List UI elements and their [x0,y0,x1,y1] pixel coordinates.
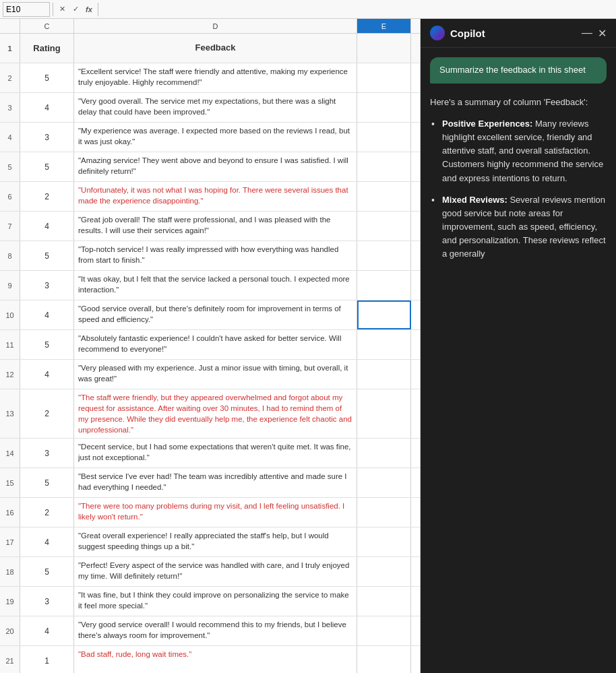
col-header-c[interactable]: C [20,19,74,33]
main-area: C D E 1 Rating Feedback 2 5 "Excellent s… [0,19,616,673]
cell-e-2[interactable] [357,63,411,92]
cell-e-15[interactable] [357,468,411,497]
cell-feedback-12[interactable]: "Very pleased with my experience. Just a… [74,360,357,389]
cell-e-18[interactable] [357,557,411,586]
copilot-header-icons: — ✕ [582,27,607,40]
copilot-minimize-icon[interactable]: — [582,27,592,40]
cell-rating-18[interactable]: 5 [20,557,74,586]
cell-rating-11[interactable]: 5 [20,330,74,359]
copilot-logo-icon [430,26,445,40]
cell-feedback-11[interactable]: "Absolutely fantastic experience! I coul… [74,330,357,359]
row-num-16: 16 [0,498,20,527]
cell-feedback-3[interactable]: "Very good overall. The service met my e… [74,93,357,122]
cell-e-14[interactable] [357,439,411,468]
cell-feedback-15[interactable]: "Best service I've ever had! The team wa… [74,468,357,497]
row-num-13: 13 [0,389,20,438]
cell-rating-13[interactable]: 2 [20,389,74,438]
cell-rating-16[interactable]: 2 [20,498,74,527]
row-num-12: 12 [0,360,20,389]
cell-rating-9[interactable]: 3 [20,271,74,300]
cell-feedback-8[interactable]: "Top-notch service! I was really impress… [74,241,357,270]
copilot-body: Summarize the feedback in this sheet Her… [421,48,616,673]
col-header-e[interactable]: E [357,19,411,33]
cell-e-13[interactable] [357,389,411,438]
formula-divider2 [98,3,98,16]
cell-feedback-9[interactable]: "It was okay, but I felt that the servic… [74,271,357,300]
cell-rating-14[interactable]: 3 [20,439,74,468]
cell-e-4[interactable] [357,123,411,152]
cell-e-11[interactable] [357,330,411,359]
cell-e-12[interactable] [357,360,411,389]
cell-feedback-5[interactable]: "Amazing service! They went above and be… [74,152,357,181]
row-num-1: 1 [0,34,20,63]
cell-feedback-13[interactable]: "The staff were friendly, but they appea… [74,389,357,438]
cell-rating-4[interactable]: 3 [20,123,74,152]
cell-rating-10[interactable]: 4 [20,300,74,329]
cell-rating-7[interactable]: 4 [20,212,74,241]
cell-e-6[interactable] [357,182,411,211]
cell-rating-5[interactable]: 5 [20,152,74,181]
cell-feedback-19[interactable]: "It was fine, but I think they could imp… [74,587,357,616]
copilot-section-item: Mixed Reviews: Several reviews mention g… [430,193,607,261]
cell-feedback-6[interactable]: "Unfortunately, it was not what I was ho… [74,182,357,211]
col-header-d[interactable]: D [74,19,357,33]
row-num-7: 7 [0,212,20,241]
cell-e-16[interactable] [357,498,411,527]
formula-bar: E10 ✕ ✓ fx [0,0,616,19]
cell-e-17[interactable] [357,527,411,556]
table-row: 12 4 "Very pleased with my experience. J… [0,360,420,389]
row-num-21: 21 [0,646,20,673]
cell-feedback-4[interactable]: "My experience was average. I expected m… [74,123,357,152]
cell-ref-value: E10 [6,5,20,14]
copilot-header: Copilot — ✕ [421,19,616,48]
cell-e-3[interactable] [357,93,411,122]
formula-cancel-icon[interactable]: ✕ [56,3,68,15]
cell-e-9[interactable] [357,271,411,300]
cell-rating-12[interactable]: 4 [20,360,74,389]
cell-rating-19[interactable]: 3 [20,587,74,616]
cell-rating-2[interactable]: 5 [20,63,74,92]
cell-feedback-10[interactable]: "Good service overall, but there's defin… [74,300,357,329]
table-row: 10 4 "Good service overall, but there's … [0,300,420,330]
cell-rating-6[interactable]: 2 [20,182,74,211]
cell-e-10[interactable] [357,300,411,329]
copilot-close-icon[interactable]: ✕ [598,27,607,40]
cell-rating-8[interactable]: 5 [20,241,74,270]
cell-rating-header[interactable]: Rating [20,34,74,63]
table-row: 16 2 "There were too many problems durin… [0,498,420,527]
cell-feedback-20[interactable]: "Very good service overall! I would reco… [74,616,357,645]
table-row: 21 1 "Bad staff, rude, long wait times." [0,646,420,673]
cell-e-7[interactable] [357,212,411,241]
formula-confirm-icon[interactable]: ✓ [69,3,82,15]
formula-fx-icon[interactable]: fx [83,3,95,15]
cell-feedback-18[interactable]: "Perfect! Every aspect of the service wa… [74,557,357,586]
cell-feedback-7[interactable]: "Great job overall! The staff were profe… [74,212,357,241]
row-num-9: 9 [0,271,20,300]
cell-e-5[interactable] [357,152,411,181]
formula-input[interactable] [101,2,613,17]
cell-e-8[interactable] [357,241,411,270]
table-row: 6 2 "Unfortunately, it was not what I wa… [0,182,420,212]
table-row: 7 4 "Great job overall! The staff were p… [0,212,420,241]
cell-rating-17[interactable]: 4 [20,527,74,556]
cell-rating-15[interactable]: 5 [20,468,74,497]
sheet-body: 1 Rating Feedback 2 5 "Excellent service… [0,34,420,673]
svg-point-0 [433,28,442,38]
cell-feedback-14[interactable]: "Decent service, but I had some expectat… [74,439,357,468]
cell-rating-20[interactable]: 4 [20,616,74,645]
cell-rating-3[interactable]: 4 [20,93,74,122]
copilot-title: Copilot [450,28,576,39]
cell-feedback-21[interactable]: "Bad staff, rude, long wait times." [74,646,357,673]
cell-feedback-16[interactable]: "There were too many problems during my … [74,498,357,527]
row-num-18: 18 [0,557,20,586]
cell-ref-box[interactable]: E10 [3,2,50,17]
cell-e-21[interactable] [357,646,411,673]
cell-feedback-17[interactable]: "Great overall experience! I really appr… [74,527,357,556]
cell-e-19[interactable] [357,587,411,616]
cell-e-20[interactable] [357,616,411,645]
table-row: 19 3 "It was fine, but I think they coul… [0,587,420,616]
cell-feedback-header[interactable]: Feedback [74,34,357,63]
cell-feedback-2[interactable]: "Excellent service! The staff were frien… [74,63,357,92]
header-row: 1 Rating Feedback [0,34,420,63]
cell-rating-21[interactable]: 1 [20,646,74,673]
